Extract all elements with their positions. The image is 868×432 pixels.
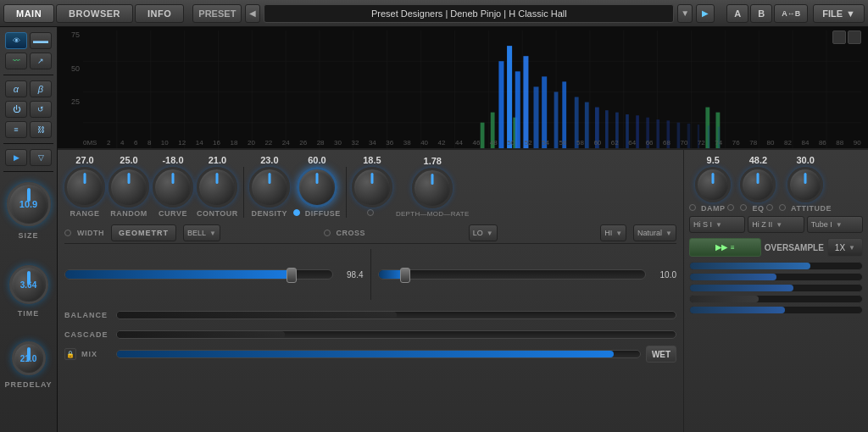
cascade-label: CASCADE [64,330,111,339]
natural-select[interactable]: Natural ▼ [633,224,676,241]
cascade-slider[interactable] [116,330,676,339]
sidebar-filter-icon[interactable]: ▽ [30,149,52,166]
attitude-knob-unit: 30.0 ATTITUDE [779,155,832,213]
tab-info[interactable]: INFO [135,4,184,23]
wet-button[interactable]: WET [646,346,676,363]
balance-label: BALANCE [64,311,111,319]
balance-row: BALANCE [64,307,676,324]
size-knob[interactable]: 10.9 [7,182,51,226]
contour-knob[interactable] [197,167,237,208]
preset-section: PRESET ◀ Preset Designers | Deneb Pinjo … [192,4,715,23]
diffuse-radio[interactable] [293,209,300,216]
svg-rect-31 [507,46,512,150]
cross-radio[interactable] [324,230,331,236]
depth-radio[interactable] [367,209,374,216]
preset-prev-arrow[interactable]: ◀ [245,4,260,23]
cross-slider-track[interactable] [378,269,647,280]
sidebar-wave-icon[interactable]: 〰 [5,53,27,69]
time-knob[interactable]: 3.64 [9,265,48,304]
corner-btn-2[interactable] [848,30,861,44]
curve-knob-unit: -18.0 CURVE [153,155,193,218]
cross-slider-thumb[interactable] [400,268,410,283]
main-content: 👁 ▬▬ 〰 ↗ α β ⏻ ↺ ≡ ⛓ ▶ ▽ 10.9 [0,27,868,432]
sidebar-play-icon[interactable]: ▶ [5,149,27,166]
mix-label: MIX [81,350,111,358]
cross-slider-group: 10.0 [378,269,677,280]
ab-a-button[interactable]: A [726,4,748,23]
range-knob[interactable] [64,167,105,208]
width-slider-thumb[interactable] [287,268,297,283]
depth-knob[interactable] [352,167,392,208]
ab-section: A B A↔B [726,4,808,23]
time-value: 3.64 [20,280,36,290]
right-slider-1[interactable] [689,262,863,270]
predelay-knob[interactable]: 21.0 [12,341,46,375]
predelay-value: 21.0 [20,354,36,363]
sidebar-arrow-icon[interactable]: ↗ [30,53,52,69]
width-slider-track[interactable] [64,269,333,280]
mix-slider[interactable] [116,350,641,358]
sidebar-loop-icon[interactable]: ↺ [30,101,52,118]
preset-dropdown-arrow[interactable]: ▼ [677,4,693,23]
sidebar-eye-icon[interactable]: 👁 [5,32,27,49]
eq-knob[interactable] [740,167,776,202]
density-knob[interactable] [249,167,290,208]
divider-2 [346,167,347,218]
preset-play-button[interactable]: ▶ [696,4,715,23]
sidebar-alpha-icon[interactable]: α [5,80,27,97]
width-label: WIDTH [77,229,104,237]
corner-btn-1[interactable] [832,30,846,44]
sidebar-row-2: 〰 ↗ [5,53,52,69]
rate-knob-unit: 1.78 DEPTH—MOD—RATE [396,156,470,218]
width-slider-group: 98.4 [64,269,364,280]
tube1-select[interactable]: Tube I ▼ [807,216,863,233]
right-slider-5[interactable] [689,306,863,314]
diffuse-display: 60.0 [308,155,326,165]
oversample-button[interactable]: ▶▶ ≡ [689,238,761,257]
right-select-row: Hi S I ▼ Hi Z II ▼ Tube I ▼ [689,216,863,233]
width-value: 98.4 [338,270,364,280]
contour-label: CONTOUR [197,209,238,218]
sidebar-beta-icon[interactable]: β [30,80,52,97]
damp-knob[interactable] [695,167,731,202]
sidebar-row-4: ⏻ ↺ [5,101,52,118]
top-nav: MAIN BROWSER INFO PRESET ◀ Preset Design… [0,0,868,27]
tab-browser[interactable]: BROWSER [56,4,133,23]
sidebar-row-1: 👁 ▬▬ [5,32,52,49]
bell-select[interactable]: BELL ▼ [183,224,220,241]
diffuse-knob[interactable] [297,167,337,208]
width-radio[interactable] [64,230,71,236]
eq-knob-unit: 48.2 EQ [740,155,776,213]
right-slider-4[interactable] [689,295,863,303]
geometry-button[interactable]: GEOMETRT [111,224,176,241]
tab-main[interactable]: MAIN [3,4,54,23]
random-knob[interactable] [108,167,149,208]
density-display: 23.0 [260,155,278,165]
oversample-value[interactable]: 1X ▼ [827,238,863,257]
depth-hi-select[interactable]: HI ▼ [600,224,626,241]
cross-section: CROSS [324,229,366,237]
density-lo-select[interactable]: LO ▼ [469,224,498,241]
sidebar-link-icon[interactable]: ⛓ [30,121,52,138]
sidebar-eq-icon[interactable]: ≡ [5,121,27,138]
oversample-label: OVERSAMPLE [765,243,824,252]
hi-z2-select[interactable]: Hi Z II ▼ [748,216,804,233]
range-label: RANGE [70,209,99,218]
right-slider-2[interactable] [689,273,863,281]
rate-knob[interactable] [412,168,453,208]
sidebar-power-icon[interactable]: ⏻ [5,101,27,118]
file-button[interactable]: FILE ▼ [813,4,865,23]
ab-copy-button[interactable]: A↔B [774,4,808,23]
balance-slider[interactable] [116,311,676,319]
right-panel: 9.5 DAMP 48.2 EQ [683,150,868,432]
damp-knob-unit: 9.5 DAMP [689,155,737,213]
sidebar-bars-icon[interactable]: ▬▬ [30,32,52,49]
hi-s1-select[interactable]: Hi S I ▼ [689,216,745,233]
predelay-knob-wrap: 21.0 PREDELAY [4,341,52,389]
spectrum-display: 75 50 25 [58,27,868,150]
ab-b-button[interactable]: B [750,4,772,23]
right-slider-3[interactable] [689,284,863,292]
curve-knob[interactable] [153,167,193,208]
mix-lock-icon[interactable]: 🔒 [64,348,76,360]
attitude-knob[interactable] [787,167,823,202]
